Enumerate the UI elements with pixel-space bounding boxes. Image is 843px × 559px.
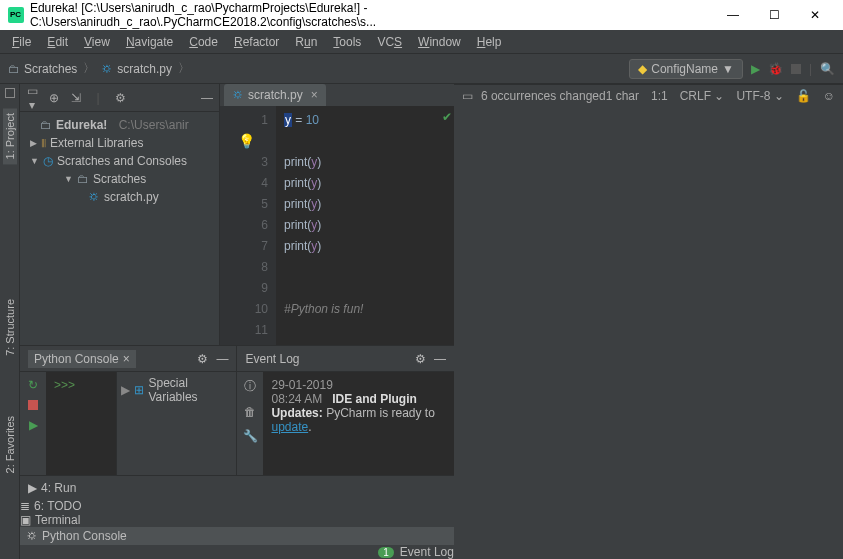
close-icon[interactable]: ×: [123, 352, 130, 366]
window-square-icon[interactable]: [5, 88, 15, 98]
breadcrumb-scratches[interactable]: 🗀Scratches: [8, 62, 77, 76]
library-icon: ⫴: [41, 136, 46, 150]
chevron-right-icon: 〉: [178, 60, 190, 77]
menu-code[interactable]: Code: [181, 31, 226, 53]
expand-icon[interactable]: ▶: [30, 138, 37, 148]
play-icon[interactable]: ▶: [121, 383, 130, 397]
scratch-icon: ◷: [43, 154, 53, 168]
hide-icon[interactable]: —: [434, 352, 446, 366]
menu-file[interactable]: File: [4, 31, 39, 53]
chevron-down-icon: ▼: [722, 62, 734, 76]
editor-tab-scratch[interactable]: ⛭ scratch.py ×: [224, 84, 326, 106]
list-icon: ≣: [20, 499, 30, 513]
close-tab-icon[interactable]: ×: [311, 88, 318, 102]
menu-view[interactable]: View: [76, 31, 118, 53]
wrench-icon[interactable]: 🔧: [243, 429, 258, 443]
play-icon: ▶: [28, 481, 37, 495]
variables-panel: ▶⊞Special Variables: [116, 372, 236, 475]
trash-icon[interactable]: 🗑: [244, 405, 256, 419]
tree-project-root[interactable]: 🗀Edureka! C:\Users\anir: [20, 116, 219, 134]
project-dropdown-icon[interactable]: ▭ ▾: [24, 84, 40, 112]
tree-scratches-root[interactable]: ▼◷Scratches and Consoles: [20, 152, 219, 170]
eventlog-toolbar: ⓘ 🗑 🔧: [237, 372, 263, 475]
run-button[interactable]: ▶: [751, 62, 760, 76]
collapse-icon[interactable]: ⇲: [68, 91, 84, 105]
editor-tabs: ⛭ scratch.py ×: [220, 84, 454, 106]
menu-bar: File Edit View Navigate Code Refactor Ru…: [0, 30, 843, 54]
inspection-icon[interactable]: ☺: [823, 89, 835, 103]
status-selection: 1 char: [606, 89, 639, 103]
debug-button[interactable]: 🐞: [768, 62, 783, 76]
python-icon: ◆: [638, 62, 647, 76]
vars-label[interactable]: Special Variables: [148, 376, 232, 404]
search-icon[interactable]: 🔍: [820, 62, 835, 76]
status-list-icon[interactable]: ▭: [462, 89, 473, 103]
event-time: 08:24 AM: [271, 392, 322, 406]
close-button[interactable]: ✕: [795, 1, 835, 29]
target-icon[interactable]: ⊕: [46, 91, 62, 105]
event-log-panel: Event Log ⚙— ⓘ 🗑 🔧 29-01-2019 08:24 AM I…: [237, 346, 453, 475]
separator: |: [90, 91, 106, 105]
collapse-icon[interactable]: ▼: [30, 156, 39, 166]
python-console-panel: Python Console× ⚙— ↻ ▶ >>> ▶⊞Special Var…: [20, 346, 237, 475]
maximize-button[interactable]: ☐: [754, 1, 794, 29]
run-icon[interactable]: ▶: [29, 418, 38, 432]
bottom-tab-console[interactable]: ⛭Python Console: [20, 527, 454, 545]
status-line-sep[interactable]: CRLF ⌄: [680, 89, 725, 103]
status-encoding[interactable]: UTF-8 ⌄: [736, 89, 783, 103]
menu-vcs[interactable]: VCS: [369, 31, 410, 53]
event-update-link[interactable]: update: [271, 420, 308, 434]
bottom-tab-eventlog[interactable]: Event Log: [400, 545, 454, 559]
code-editor[interactable]: 1 💡 3 4 5 6 7 8 9 10 11 12 y = 10: [220, 106, 454, 345]
gear-icon[interactable]: ⚙: [415, 352, 426, 366]
menu-window[interactable]: Window: [410, 31, 469, 53]
menu-navigate[interactable]: Navigate: [118, 31, 181, 53]
folder-icon: 🗀: [40, 118, 52, 132]
tree-external-libs[interactable]: ▶⫴External Libraries: [20, 134, 219, 152]
bottom-tab-todo[interactable]: ≣6: TODO: [20, 499, 454, 513]
tree-file-scratch[interactable]: ⛭scratch.py: [20, 188, 219, 206]
event-count-badge: 1: [378, 547, 394, 558]
bottom-tab-run[interactable]: ▶4: Run: [28, 481, 76, 495]
menu-run[interactable]: Run: [287, 31, 325, 53]
gear-icon[interactable]: ⚙: [112, 91, 128, 105]
tool-tab-project[interactable]: 1: Project: [3, 108, 17, 164]
ok-marker-icon: ✔: [442, 110, 452, 124]
stop-icon[interactable]: [28, 400, 38, 410]
folder-icon: 🗀: [8, 62, 20, 76]
console-toolbar: ↻ ▶: [20, 372, 46, 475]
menu-help[interactable]: Help: [469, 31, 510, 53]
tool-tab-structure[interactable]: 7: Structure: [3, 294, 17, 361]
info-icon[interactable]: ⓘ: [244, 378, 256, 395]
minimize-button[interactable]: —: [713, 1, 753, 29]
lightbulb-icon[interactable]: 💡: [224, 131, 268, 152]
vars-icon: ⊞: [134, 383, 144, 397]
status-bar: ▭ 6 occurrences changed 1 char 1:1 CRLF …: [454, 84, 843, 106]
menu-refactor[interactable]: Refactor: [226, 31, 287, 53]
menu-tools[interactable]: Tools: [325, 31, 369, 53]
folder-icon: 🗀: [77, 172, 89, 186]
readonly-icon[interactable]: 🔓: [796, 89, 811, 103]
stop-button[interactable]: [791, 64, 801, 74]
run-config-selector[interactable]: ◆ ConfigName ▼: [629, 59, 743, 79]
breadcrumb: 🗀Scratches 〉 ⛭scratch.py 〉: [8, 60, 190, 77]
collapse-icon[interactable]: ▼: [64, 174, 73, 184]
breadcrumb-file[interactable]: ⛭scratch.py: [101, 62, 172, 76]
rerun-icon[interactable]: ↻: [28, 378, 38, 392]
console-tab[interactable]: Python Console×: [28, 350, 136, 368]
code-content[interactable]: y = 10 print(y) print(y) print(y) print(…: [276, 106, 454, 345]
hide-icon[interactable]: —: [216, 352, 228, 366]
tree-scratches-folder[interactable]: ▼🗀Scratches: [20, 170, 219, 188]
python-icon: ⛭: [232, 88, 244, 102]
gear-icon[interactable]: ⚙: [197, 352, 208, 366]
chevron-right-icon: 〉: [83, 60, 95, 77]
menu-edit[interactable]: Edit: [39, 31, 76, 53]
bottom-tab-terminal[interactable]: ▣Terminal: [20, 513, 454, 527]
status-position[interactable]: 1:1: [651, 89, 668, 103]
event-date: 29-01-2019: [271, 378, 445, 392]
tool-tab-favorites[interactable]: 2: Favorites: [3, 411, 17, 478]
separator: |: [809, 62, 812, 76]
window-title: Edureka! [C:\Users\anirudh_c_rao\Pycharm…: [30, 1, 713, 29]
console-output[interactable]: >>>: [46, 372, 116, 475]
hide-icon[interactable]: —: [199, 91, 215, 105]
